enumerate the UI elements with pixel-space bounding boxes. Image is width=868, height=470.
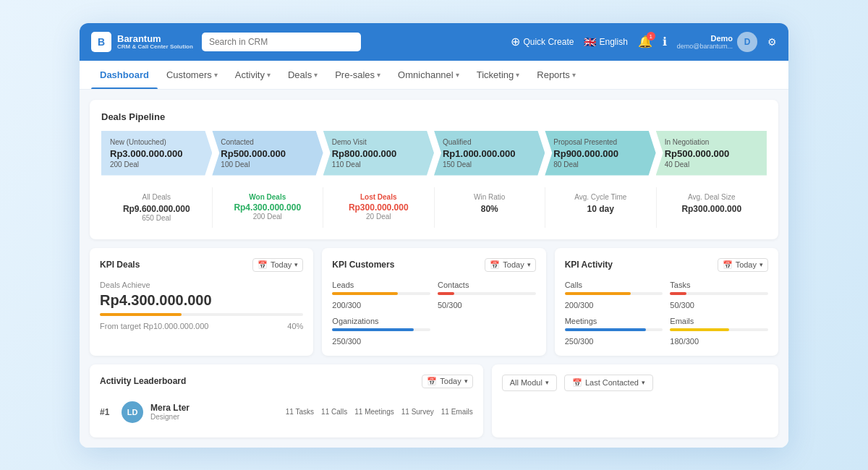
- main-content: Deals Pipeline New (Untouched) Rp3.000.0…: [80, 90, 788, 448]
- metric-meetings-bar: [565, 328, 647, 331]
- stage-contacted[interactable]: Contacted Rp500.000.000 100 Deal: [212, 131, 323, 176]
- nav-activity[interactable]: Activity ▾: [226, 60, 279, 89]
- quick-create-button[interactable]: ⊕ Quick Create: [511, 35, 574, 48]
- chevron-down-icon: ▾: [294, 261, 298, 268]
- kpi-customers-date[interactable]: 📅 Today ▾: [485, 258, 535, 272]
- summary-value: Rp300.000.000: [328, 202, 430, 213]
- flag-icon: 🇬🇧: [584, 36, 596, 48]
- calendar-icon: 📅: [427, 377, 437, 386]
- metric-emails-value: 180/300: [670, 337, 768, 346]
- leaderboard-date-label: Today: [440, 377, 461, 385]
- stage-amount: Rp500.000.000: [665, 148, 758, 159]
- summary-value: Rp4.300.000.000: [217, 202, 319, 213]
- stage-demo[interactable]: Demo Visit Rp800.000.000 110 Deal: [323, 131, 434, 176]
- search-box[interactable]: [202, 33, 361, 51]
- stage-proposal[interactable]: Proposal Presented Rp900.000.000 80 Deal: [545, 131, 655, 176]
- lb-stat-meetings: 11 Meetings: [354, 408, 393, 416]
- chevron-down-icon: ▾: [572, 71, 576, 79]
- nav-ticketing[interactable]: Ticketing ▾: [468, 60, 529, 89]
- app-window: B Barantum CRM & Call Center Solution ⊕ …: [80, 23, 788, 448]
- nav-deals[interactable]: Deals ▾: [279, 60, 326, 89]
- stage-deal: 200 Deal: [110, 161, 203, 168]
- nav-bar: Dashboard Customers ▾ Activity ▾ Deals ▾…: [80, 61, 788, 90]
- stage-amount: Rp900.000.000: [553, 148, 647, 159]
- kpi-customers-header: KPI Customers 📅 Today ▾: [332, 258, 535, 272]
- search-input[interactable]: [202, 33, 361, 51]
- filter-row: All Modul ▾ 📅 Last Contacted ▾: [502, 375, 768, 391]
- kpi-deals-amount: Rp4.300.000.000: [100, 292, 303, 309]
- metric-leads-bar: [332, 292, 398, 295]
- summary-win-ratio: Win Ratio 80%: [435, 187, 546, 228]
- bottom-row: Activity Leaderboard 📅 Today ▾ #1 LD Mer…: [90, 364, 778, 437]
- kpi-deals-section-label: Deals Achieve: [100, 281, 303, 289]
- calendar-icon: 📅: [572, 378, 582, 388]
- settings-icon[interactable]: ⚙: [767, 36, 777, 48]
- stage-amount: Rp3.000.000.000: [110, 148, 203, 159]
- contact-filter-button[interactable]: 📅 Last Contacted ▾: [564, 375, 653, 391]
- stage-amount: Rp1.000.000.000: [443, 148, 536, 159]
- summary-value: 10 day: [550, 204, 652, 214]
- stage-label: Demo Visit: [332, 138, 425, 146]
- leaderboard-date[interactable]: 📅 Today ▾: [422, 375, 472, 388]
- chevron-down-icon: ▾: [527, 261, 531, 268]
- nav-dashboard[interactable]: Dashboard: [91, 60, 158, 89]
- metric-tasks-bar: [670, 292, 686, 295]
- language-selector[interactable]: 🇬🇧 English: [584, 36, 627, 48]
- lb-stat-survey: 11 Survey: [401, 408, 434, 416]
- nav-customers[interactable]: Customers ▾: [158, 60, 226, 89]
- kpi-activity-date-label: Today: [736, 260, 757, 269]
- nav-reports[interactable]: Reports ▾: [528, 60, 584, 89]
- kpi-deals-target-label: From target Rp10.000.000.000: [100, 322, 208, 330]
- kpi-deals-date[interactable]: 📅 Today ▾: [252, 258, 303, 272]
- user-menu[interactable]: Demo demo@barantum... D: [677, 32, 757, 52]
- leaderboard-card: Activity Leaderboard 📅 Today ▾ #1 LD Mer…: [90, 364, 483, 437]
- metric-leads: Leads 200/300: [332, 281, 430, 309]
- metric-contacts-bar: [438, 292, 454, 295]
- plus-icon: ⊕: [511, 35, 520, 48]
- metric-org-bar: [332, 328, 414, 331]
- notification-button[interactable]: 🔔 1: [638, 35, 652, 48]
- nav-omnichannel[interactable]: Omnichannel ▾: [389, 60, 468, 89]
- chevron-down-icon: ▾: [214, 71, 218, 79]
- kpi-activity-metrics: Calls 200/300 Tasks 50/300: [565, 281, 768, 346]
- calendar-icon: 📅: [490, 260, 500, 270]
- metric-emails-bar: [670, 328, 728, 331]
- summary-deal-size: Avg. Deal Size Rp300.000.000: [657, 187, 767, 228]
- metric-org-value: 250/300: [332, 337, 430, 346]
- summary-value: Rp300.000.000: [661, 204, 763, 214]
- kpi-row: KPI Deals 📅 Today ▾ Deals Achieve Rp4.30…: [90, 248, 778, 356]
- modul-filter-button[interactable]: All Modul ▾: [502, 375, 557, 391]
- stage-qualified[interactable]: Qualified Rp1.000.000.000 150 Deal: [434, 131, 545, 176]
- kpi-deals-progress-wrap: [100, 313, 303, 316]
- pipeline-summary: All Deals Rp9.600.000.000 650 Deal Won D…: [101, 187, 767, 228]
- metric-org-label: Oganizations: [332, 317, 430, 325]
- kpi-deals-target: From target Rp10.000.000.000 40%: [100, 322, 303, 330]
- chevron-down-icon: ▾: [642, 379, 645, 386]
- summary-sub: 200 Deal: [217, 213, 319, 221]
- lb-rank: #1: [100, 407, 114, 417]
- contact-filter-label: Last Contacted: [585, 378, 639, 387]
- summary-label: All Deals: [106, 193, 208, 201]
- metric-calls-value: 200/300: [565, 301, 663, 309]
- kpi-activity-card: KPI Activity 📅 Today ▾ Calls 200/300: [555, 248, 778, 356]
- metric-meetings-progress-wrap: [565, 328, 663, 331]
- metric-calls: Calls 200/300: [565, 281, 663, 309]
- stage-negotiation[interactable]: In Negotiation Rp500.000.000 40 Deal: [656, 131, 767, 176]
- user-name: Demo: [677, 34, 733, 43]
- chevron-down-icon: ▾: [377, 71, 380, 79]
- avatar: D: [737, 32, 757, 52]
- stage-deal: 150 Deal: [443, 161, 536, 168]
- metric-tasks-progress-wrap: [670, 292, 768, 295]
- nav-presales[interactable]: Pre-sales ▾: [326, 60, 389, 89]
- chevron-down-icon: ▾: [267, 71, 271, 79]
- summary-label: Avg. Cycle Time: [550, 193, 652, 201]
- stage-new[interactable]: New (Untouched) Rp3.000.000.000 200 Deal: [101, 131, 212, 176]
- notification-badge: 1: [647, 32, 655, 40]
- info-button[interactable]: ℹ: [663, 35, 667, 48]
- chevron-down-icon: ▾: [456, 71, 459, 79]
- metric-calls-progress-wrap: [565, 292, 663, 295]
- logo: B Barantum CRM & Call Center Solution: [91, 32, 193, 52]
- kpi-activity-date[interactable]: 📅 Today ▾: [718, 258, 768, 272]
- metric-emails-progress-wrap: [670, 328, 768, 331]
- quick-create-label: Quick Create: [523, 37, 574, 47]
